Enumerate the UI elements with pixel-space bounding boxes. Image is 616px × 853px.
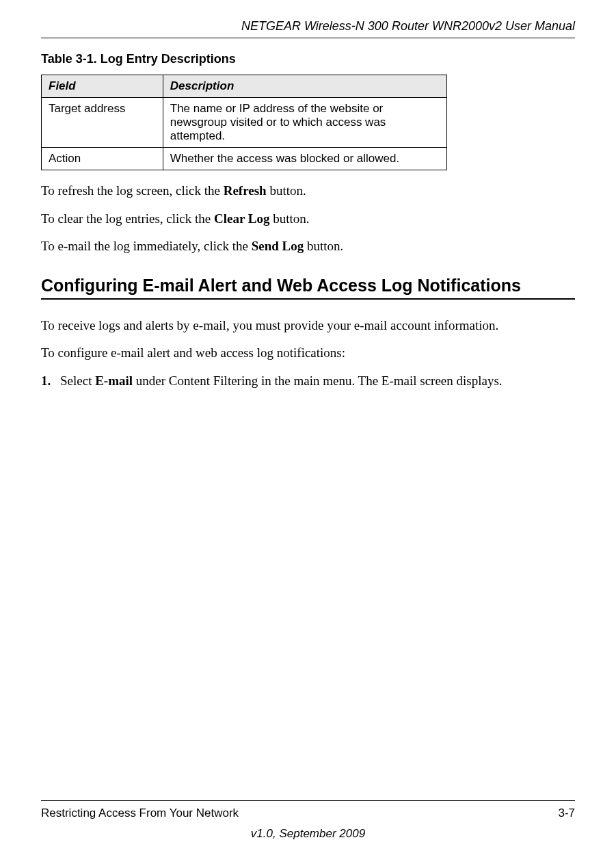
step-content: Select E-mail under Content Filtering in… (60, 371, 575, 391)
footer-page-number: 3-7 (558, 806, 575, 820)
text: button. (267, 183, 306, 198)
text: To refresh the log screen, click the (41, 183, 224, 198)
table-cell-description: Whether the access was blocked or allowe… (163, 148, 446, 170)
footer-row: Restricting Access From Your Network 3-7 (41, 806, 575, 820)
log-entry-table: Field Description Target address The nam… (41, 75, 447, 170)
table-row: Target address The name or IP address of… (42, 98, 447, 148)
table-header-field: Field (42, 75, 163, 98)
step-1: 1. Select E-mail under Content Filtering… (41, 371, 575, 391)
clear-log-bold: Clear Log (214, 211, 269, 226)
table-cell-field: Action (42, 148, 163, 170)
page-footer: Restricting Access From Your Network 3-7… (41, 800, 575, 841)
table-header-row: Field Description (42, 75, 447, 98)
table-header-description: Description (163, 75, 446, 98)
header-title: NETGEAR Wireless-N 300 Router WNR2000v2 … (41, 19, 575, 34)
header-rule (41, 38, 575, 38)
text: Select (60, 373, 95, 388)
section-intro-1: To receive logs and alerts by e-mail, yo… (41, 316, 575, 336)
text: button. (304, 239, 343, 253)
text: To e-mail the log immediately, click the (41, 239, 252, 253)
footer-section-title: Restricting Access From Your Network (41, 806, 239, 820)
paragraph-send-log: To e-mail the log immediately, click the… (41, 237, 575, 257)
email-bold: E-mail (95, 373, 133, 388)
text: under Content Filtering in the main menu… (133, 373, 503, 388)
footer-version: v1.0, September 2009 (41, 827, 575, 841)
refresh-bold: Refresh (224, 183, 267, 198)
section-intro-2: To configure e-mail alert and web access… (41, 343, 575, 363)
table-cell-description: The name or IP address of the website or… (163, 98, 446, 148)
paragraph-refresh: To refresh the log screen, click the Ref… (41, 181, 575, 201)
table-cell-field: Target address (42, 98, 163, 148)
text: button. (269, 211, 309, 226)
section-heading: Configuring E-mail Alert and Web Access … (41, 276, 575, 296)
section-rule (41, 298, 575, 300)
table-caption: Table 3-1. Log Entry Descriptions (41, 52, 575, 66)
paragraph-clear-log: To clear the log entries, click the Clea… (41, 209, 575, 229)
send-log-bold: Send Log (252, 239, 304, 253)
footer-rule (41, 800, 575, 801)
text: To clear the log entries, click the (41, 211, 214, 226)
table-row: Action Whether the access was blocked or… (42, 148, 447, 170)
step-number: 1. (41, 371, 60, 391)
